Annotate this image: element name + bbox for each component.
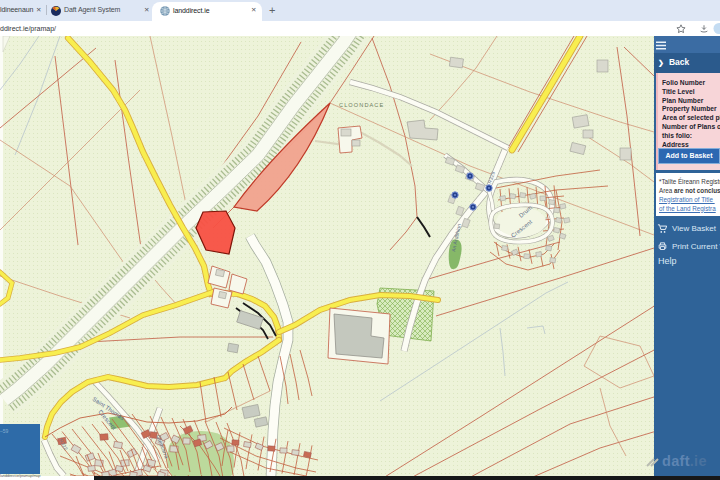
svg-text:CLOONDACE: CLOONDACE xyxy=(339,102,384,108)
